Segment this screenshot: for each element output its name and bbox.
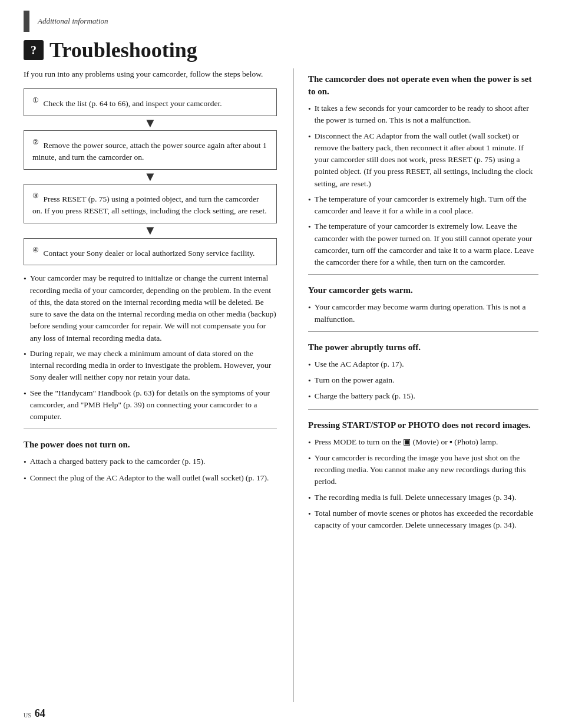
bullet-text: Your camcorder is recording the image yo… [315,452,538,488]
bullet-dot: • [308,359,311,371]
section-heading-power-off: The power abruptly turns off. [308,337,538,354]
bullet-item: • Your camcorder may become warm during … [308,301,538,325]
bullet-dot: • [24,348,27,384]
left-bullets: • Your camcorder may be required to init… [24,272,277,423]
bullet-dot: • [24,456,27,468]
bullet-text: Your camcorder may become warm during op… [315,301,538,325]
bullet-dot: • [308,453,311,488]
step-box-2: ② Remove the power source, attach the po… [24,130,277,170]
bullet-dot: • [308,391,311,403]
bullet-dot: • [308,302,311,325]
bullet-text: See the "Handycam" Handbook (p. 63) for … [30,387,277,423]
step-box-3: ③ Press RESET (p. 75) using a pointed ob… [24,184,277,223]
bullet-item: • The recording media is full. Delete un… [308,492,538,504]
power-off-heading: The power does not turn on. [24,434,277,451]
bullet-dot: • [308,221,311,268]
page-title-container: ? Troubleshooting [0,35,562,68]
power-off-section: The power does not turn on. • Attach a c… [24,434,277,485]
divider [308,274,538,275]
bullet-text: The temperature of your camcorder is ext… [315,220,538,268]
bullet-item: • Your camcorder may be required to init… [24,272,277,344]
bullet-item: • It takes a few seconds for your camcor… [308,103,538,127]
bullet-text: During repair, we may check a minimum am… [30,348,277,384]
step-num-4: ④ [32,246,39,254]
bullet-dot: • [308,508,311,532]
bullet-item: • Use the AC Adaptor (p. 17). [308,358,538,371]
arrow-2: ▼ [24,170,277,184]
bullet-item: • Charge the battery pack (p. 15). [308,390,538,403]
section-power-off: The power abruptly turns off. • Use the … [308,337,538,403]
accent-block [24,11,29,32]
intro-text: If you run into any problems using your … [24,68,277,80]
step-num-3: ③ [32,192,39,200]
section-gets-warm: Your camcorder gets warm. • Your camcord… [308,279,538,325]
bullet-item: • Turn on the power again. [308,374,538,387]
step-text-1: Check the list (p. 64 to 66), and inspec… [43,99,222,108]
bullet-text: Press MODE to turn on the ▣ (Movie) or ▪… [315,436,498,449]
bullet-text: Disconnect the AC Adaptor from the wall … [315,130,538,190]
bullet-item: • Connect the plug of the AC Adaptor to … [24,472,277,485]
bullet-text: Use the AC Adaptor (p. 17). [315,358,404,371]
page: Additional information ? Troubleshooting… [0,0,562,728]
step-num-1: ① [32,96,39,104]
page-number: 64 [35,708,45,719]
bullet-item: • During repair, we may check a minimum … [24,348,277,384]
bullet-text: Connect the plug of the AC Adaptor to th… [30,472,269,485]
bullet-text: Attach a charged battery pack to the cam… [30,456,206,468]
bullet-dot: • [308,103,311,127]
bullet-dot: • [308,131,311,190]
bullet-text: Turn on the power again. [315,374,395,387]
bullet-item: • See the "Handycam" Handbook (p. 63) fo… [24,387,277,423]
bullet-item: • Total number of movie scenes or photos… [308,508,538,532]
bullet-item: • The temperature of your camcorder is e… [308,193,538,218]
steps-container: ① Check the list (p. 64 to 66), and insp… [24,88,277,265]
question-icon: ? [24,40,44,60]
us-label: US [24,713,31,719]
arrow-3: ▼ [24,223,277,238]
step-text-4: Contact your Sony dealer or local author… [43,248,254,257]
bullet-text: Your camcorder may be required to initia… [30,272,277,344]
section-label: Additional information [38,17,108,26]
bullet-item: • Press MODE to turn on the ▣ (Movie) or… [308,436,538,449]
bullet-dot: • [308,437,311,449]
bullet-dot: • [308,492,311,504]
bullet-item: • Your camcorder is recording the image … [308,452,538,488]
section-start-stop: Pressing START/STOP or PHOTO does not re… [308,414,538,532]
bullet-dot: • [24,473,27,485]
divider [308,331,538,332]
left-column: If you run into any problems using your … [24,68,277,702]
section-no-operate: The camcorder does not operate even when… [308,68,538,268]
header-bar: Additional information [0,0,562,35]
bullet-text: It takes a few seconds for your camcorde… [315,103,538,127]
step-num-2: ② [32,138,39,146]
right-column: The camcorder does not operate even when… [293,68,538,702]
bullet-text: The temperature of your camcorder is ext… [315,193,538,218]
step-box-1: ① Check the list (p. 64 to 66), and insp… [24,88,277,116]
step-text-3: Press RESET (p. 75) using a pointed obje… [32,195,267,215]
section-heading-start-stop: Pressing START/STOP or PHOTO does not re… [308,414,538,431]
step-box-4: ④ Contact your Sony dealer or local auth… [24,238,277,266]
arrow-1: ▼ [24,116,277,130]
bullet-text: Charge the battery pack (p. 15). [315,390,415,403]
bullet-item: • Attach a charged battery pack to the c… [24,456,277,468]
bullet-item: • Disconnect the AC Adaptor from the wal… [308,130,538,190]
bullet-text: The recording media is full. Delete unne… [315,492,517,504]
bullet-dot: • [24,388,27,423]
bullet-item: • The temperature of your camcorder is e… [308,220,538,268]
page-title: Troubleshooting [49,38,197,62]
bullet-dot: • [24,273,27,344]
section-heading-gets-warm: Your camcorder gets warm. [308,279,538,297]
bullet-dot: • [308,194,311,218]
divider [308,409,538,410]
bullet-dot: • [308,375,311,387]
divider [24,429,277,429]
section-heading-no-operate: The camcorder does not operate even when… [308,68,538,98]
page-footer: US 64 [0,702,562,728]
bullet-text: Total number of movie scenes or photos h… [315,508,538,532]
content-area: If you run into any problems using your … [0,68,562,702]
step-text-2: Remove the power source, attach the powe… [32,141,267,162]
